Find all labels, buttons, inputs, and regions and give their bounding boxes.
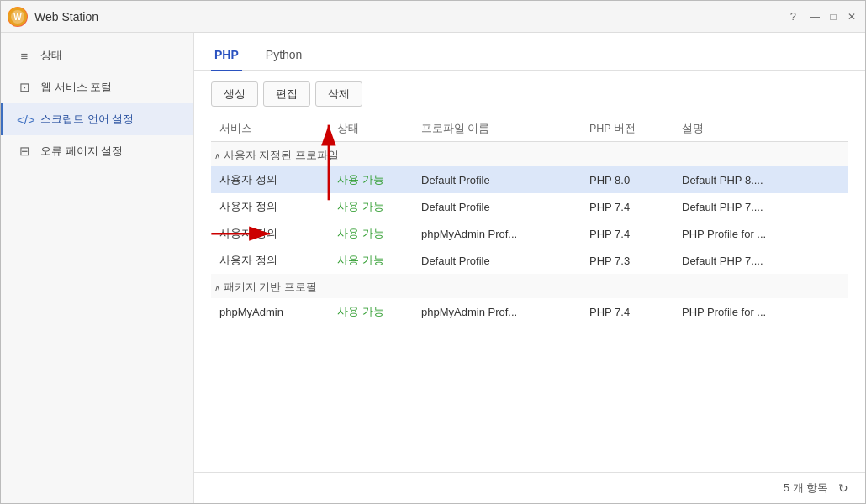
status-icon: ≡	[17, 49, 32, 63]
close-button[interactable]: ✕	[845, 10, 858, 24]
app-logo: W	[8, 7, 28, 27]
sidebar-item-script-language[interactable]: </> 스크립트 언어 설정	[1, 103, 193, 135]
table-row[interactable]: 사용자 정의 사용 가능 Default Profile PHP 7.4 Def…	[211, 193, 848, 220]
cell-status: 사용 가능	[329, 298, 413, 325]
svg-text:W: W	[13, 13, 22, 22]
tab-python[interactable]: Python	[262, 43, 306, 71]
tab-php[interactable]: PHP	[211, 43, 242, 71]
group-header-label: ∧사용자 지정된 프로파일	[211, 142, 848, 167]
col-header-version: PHP 버전	[581, 117, 673, 142]
group-header-label: ∧패키지 기반 프로필	[211, 274, 848, 298]
titlebar: W Web Station ? — □ ✕	[1, 1, 865, 33]
cell-service: 사용자 정의	[211, 193, 329, 220]
cell-profile: Default Profile	[413, 166, 581, 193]
sidebar: ≡ 상태 ⊡ 웹 서비스 포털 </> 스크립트 언어 설정 ⊟ 오류 페이지 …	[1, 33, 194, 503]
sidebar-item-error-label: 오류 페이지 설정	[40, 144, 123, 159]
sidebar-item-status[interactable]: ≡ 상태	[1, 39, 193, 71]
cell-desc: Default PHP 7....	[673, 247, 848, 274]
cell-status: 사용 가능	[329, 220, 413, 247]
table-row[interactable]: 사용자 정의 사용 가능 Default Profile PHP 8.0 Def…	[211, 166, 848, 193]
main-area: ≡ 상태 ⊡ 웹 서비스 포털 </> 스크립트 언어 설정 ⊟ 오류 페이지 …	[1, 33, 865, 503]
cell-profile: phpMyAdmin Prof...	[413, 298, 581, 325]
cell-profile: Default Profile	[413, 247, 581, 274]
col-header-profile: 프로파일 이름	[413, 117, 581, 142]
cell-desc: Default PHP 8....	[673, 166, 848, 193]
col-header-desc: 설명	[673, 117, 848, 142]
maximize-button[interactable]: □	[826, 10, 840, 24]
delete-button[interactable]: 삭제	[315, 81, 362, 107]
cell-desc: PHP Profile for ...	[673, 220, 848, 247]
cell-version: PHP 7.4	[581, 193, 673, 220]
window-title: Web Station	[34, 10, 98, 24]
table-row[interactable]: phpMyAdmin 사용 가능 phpMyAdmin Prof... PHP …	[211, 298, 848, 325]
content: PHP Python 생성 편집 삭제	[194, 33, 865, 503]
table-row[interactable]: 사용자 정의 사용 가능 phpMyAdmin Prof... PHP 7.4 …	[211, 220, 848, 247]
cell-desc: Default PHP 7....	[673, 193, 848, 220]
item-count: 5 개 항목	[784, 481, 828, 496]
sidebar-item-web-service-portal[interactable]: ⊡ 웹 서비스 포털	[1, 71, 193, 103]
window-controls: ? — □ ✕	[790, 10, 858, 24]
cell-status: 사용 가능	[329, 193, 413, 220]
cell-status: 사용 가능	[329, 247, 413, 274]
error-page-icon: ⊟	[17, 144, 32, 159]
sidebar-item-error-page[interactable]: ⊟ 오류 페이지 설정	[1, 135, 193, 167]
sidebar-item-script-label: 스크립트 언어 설정	[40, 112, 134, 127]
php-profiles-table: 서비스 상태 프로파일 이름 PHP 버전 설명 ∧사용자 지정된 프로파일 사…	[211, 117, 848, 325]
cell-profile: Default Profile	[413, 193, 581, 220]
cell-status: 사용 가능	[329, 166, 413, 193]
col-header-status: 상태	[329, 117, 413, 142]
cell-desc: PHP Profile for ...	[673, 298, 848, 325]
cell-version: PHP 7.3	[581, 247, 673, 274]
create-button[interactable]: 생성	[211, 81, 258, 107]
cell-service: 사용자 정의	[211, 220, 329, 247]
sidebar-item-web-portal-label: 웹 서비스 포털	[40, 80, 112, 95]
cell-profile: phpMyAdmin Prof...	[413, 220, 581, 247]
help-button[interactable]: ?	[790, 10, 796, 23]
tab-bar: PHP Python	[194, 33, 865, 71]
group-header: ∧사용자 지정된 프로파일	[211, 142, 848, 167]
content-wrapper: PHP Python 생성 편집 삭제	[194, 33, 865, 503]
cell-service: 사용자 정의	[211, 166, 329, 193]
table-row[interactable]: 사용자 정의 사용 가능 Default Profile PHP 7.3 Def…	[211, 247, 848, 274]
toolbar: 생성 편집 삭제	[194, 71, 865, 117]
titlebar-left: W Web Station	[8, 7, 98, 27]
cell-version: PHP 7.4	[581, 220, 673, 247]
col-header-service: 서비스	[211, 117, 329, 142]
cell-service: phpMyAdmin	[211, 298, 329, 325]
app-window: W Web Station ? — □ ✕ ≡ 상태 ⊡ 웹 서비스 포털 </…	[0, 0, 866, 504]
edit-button[interactable]: 편집	[263, 81, 310, 107]
web-portal-icon: ⊡	[17, 80, 32, 95]
minimize-button[interactable]: —	[808, 10, 821, 24]
cell-service: 사용자 정의	[211, 247, 329, 274]
sidebar-item-status-label: 상태	[40, 48, 62, 63]
cell-version: PHP 8.0	[581, 166, 673, 193]
refresh-button[interactable]: ↻	[835, 480, 852, 496]
footer: 5 개 항목 ↻	[194, 472, 865, 503]
table-area: 서비스 상태 프로파일 이름 PHP 버전 설명 ∧사용자 지정된 프로파일 사…	[194, 117, 865, 472]
group-header: ∧패키지 기반 프로필	[211, 274, 848, 298]
cell-version: PHP 7.4	[581, 298, 673, 325]
script-icon: </>	[17, 113, 32, 127]
